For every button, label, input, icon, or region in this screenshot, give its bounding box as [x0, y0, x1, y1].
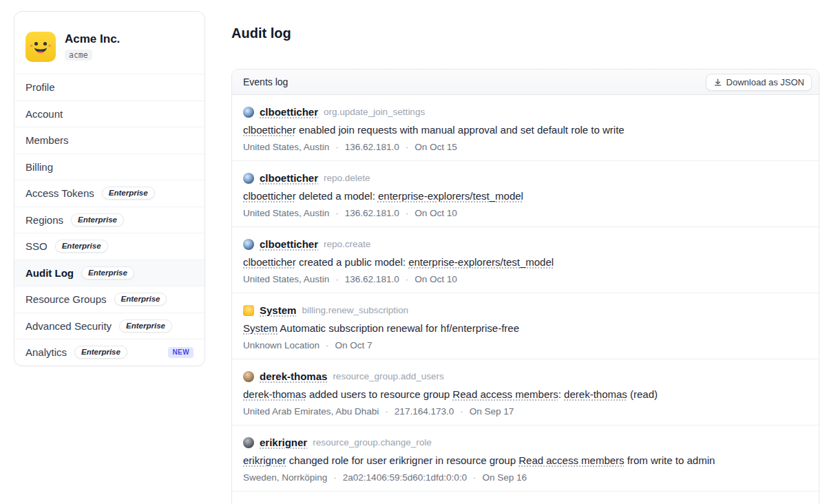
enterprise-badge: Enterprise: [114, 293, 167, 306]
sidebar-item-access-tokens[interactable]: Access TokensEnterprise: [14, 180, 205, 207]
event-entity-link[interactable]: Read access members: [452, 388, 558, 400]
user-avatar-icon: [243, 173, 254, 184]
event-description: System Automatic subscription renewal fo…: [243, 322, 808, 335]
enterprise-badge: Enterprise: [55, 240, 108, 253]
sidebar-item-resource-groups[interactable]: Resource GroupsEnterprise: [14, 286, 205, 313]
event-header: clboetticherrepo.delete: [243, 172, 808, 184]
events-panel: Events log Download as JSON clboetticher…: [231, 69, 819, 504]
separator-dot: ·: [333, 472, 337, 483]
event-username[interactable]: System: [260, 304, 296, 316]
event-entity-link[interactable]: derek-thomas: [564, 388, 627, 400]
sidebar-item-label: Advanced Security: [25, 320, 112, 332]
separator-dot: ·: [385, 406, 388, 417]
event-description: clboetticher enabled join requests with …: [243, 123, 808, 137]
separator-dot: ·: [406, 142, 409, 152]
sidebar-item-label: Audit Log: [25, 267, 74, 279]
sidebar-item-profile[interactable]: Profile: [14, 74, 205, 101]
event-entity-link[interactable]: derek-thomas: [243, 388, 306, 400]
audit-event: derek-thomasresource_group.add_usersdere…: [232, 359, 819, 426]
event-description: clboetticher created a public model: ent…: [243, 255, 808, 269]
sidebar-item-billing[interactable]: Billing: [14, 154, 205, 180]
event-description: derek-thomas added users to resource gro…: [243, 388, 808, 401]
sidebar-item-members[interactable]: Members: [14, 127, 205, 154]
event-meta: Sweden, Norrköping·2a02:1406:59:5d60:1df…: [243, 472, 808, 483]
user-avatar-icon: [243, 239, 254, 250]
event-username[interactable]: derek-thomas: [260, 370, 327, 382]
event-description: clboetticher deleted a model: enterprise…: [243, 189, 808, 203]
audit-event: clboetticherrepo.createclboetticher crea…: [232, 227, 819, 293]
event-username[interactable]: clboetticher: [260, 238, 318, 250]
enterprise-badge: Enterprise: [119, 319, 172, 333]
event-description-text: Automatic subscription renewal for hf/en…: [278, 322, 519, 334]
sidebar-item-label: Members: [25, 134, 69, 146]
sidebar-menu: ProfileAccountMembersBillingAccess Token…: [14, 74, 205, 366]
org-logo-icon: [25, 32, 56, 62]
event-action-code: org.update_join_settings: [324, 107, 425, 117]
event-entity-link[interactable]: clboetticher: [243, 256, 296, 268]
event-description: erikrigner changed role for user erikrig…: [243, 454, 808, 468]
separator-dot: ·: [473, 472, 477, 483]
event-action-code: resource_group.change_role: [313, 437, 432, 448]
sidebar-item-advanced-security[interactable]: Advanced SecurityEnterprise: [14, 313, 205, 339]
event-meta-item: On Oct 10: [415, 274, 457, 284]
event-meta: United States, Austin·136.62.181.0·On Oc…: [243, 142, 808, 152]
sidebar-item-regions[interactable]: RegionsEnterprise: [14, 207, 205, 233]
page-title: Audit log: [231, 0, 819, 41]
event-header: Systembilling.renew_subscription: [243, 304, 808, 316]
sidebar-item-label: SSO: [25, 240, 48, 252]
event-meta-item: On Oct 10: [415, 208, 457, 218]
sidebar-item-account[interactable]: Account: [14, 101, 205, 127]
event-username[interactable]: clboetticher: [260, 106, 318, 118]
user-avatar-icon: [243, 107, 254, 118]
event-meta-item: United States, Austin: [243, 274, 329, 284]
event-action-code: billing.renew_subscription: [302, 305, 408, 315]
sidebar-item-analytics[interactable]: AnalyticsEnterpriseNEW: [14, 339, 205, 366]
audit-event: clboetticherorg.update_join_settingsclbo…: [232, 95, 819, 161]
event-entity-link[interactable]: erikrigner: [243, 454, 286, 466]
event-meta: Unknown Location·On Oct 7: [243, 340, 808, 350]
sidebar-item-label: Regions: [25, 214, 63, 226]
audit-event: Systembilling.renew_subscriptionSystem A…: [232, 293, 819, 359]
download-icon: [713, 78, 722, 87]
sidebar-item-audit-log[interactable]: Audit LogEnterprise: [14, 260, 205, 286]
events-list: clboetticherorg.update_join_settingsclbo…: [232, 95, 819, 492]
user-avatar-icon: [243, 305, 254, 316]
sidebar-item-label: Billing: [25, 161, 53, 173]
event-username[interactable]: erikrigner: [260, 437, 307, 448]
event-action-code: repo.create: [324, 239, 370, 249]
event-description-text: from write to admin: [625, 454, 715, 466]
download-json-button[interactable]: Download as JSON: [706, 74, 812, 91]
settings-page: Acme Inc. acme ProfileAccountMembersBill…: [0, 0, 827, 504]
events-panel-title: Events log: [243, 76, 288, 87]
event-meta-item: 136.62.181.0: [345, 208, 399, 218]
events-panel-header: Events log Download as JSON: [232, 70, 819, 95]
separator-dot: ·: [335, 274, 339, 284]
event-meta-item: 136.62.181.0: [345, 142, 399, 152]
event-entity-link[interactable]: clboetticher: [243, 124, 296, 136]
separator-dot: ·: [335, 208, 339, 218]
org-settings-sidebar: Acme Inc. acme ProfileAccountMembersBill…: [14, 11, 205, 366]
separator-dot: ·: [406, 208, 409, 218]
event-action-code: resource_group.add_users: [333, 371, 443, 381]
org-header: Acme Inc. acme: [14, 12, 205, 74]
event-description-text: :: [558, 388, 564, 400]
event-entity-link[interactable]: enterprise-explorers/test_model: [408, 256, 554, 268]
sidebar-item-sso[interactable]: SSOEnterprise: [14, 233, 205, 260]
event-entity-link[interactable]: enterprise-explorers/test_model: [378, 190, 523, 202]
event-header: erikrignerresource_group.change_role: [243, 437, 808, 448]
event-entity-link[interactable]: clboetticher: [243, 190, 296, 202]
event-meta-item: Unknown Location: [243, 340, 320, 350]
event-meta-item: 136.62.181.0: [345, 274, 399, 284]
sidebar-item-label: Profile: [25, 81, 55, 93]
event-entity-link[interactable]: Read access members: [519, 454, 624, 466]
main-content: Audit log Events log Download as JSON cl…: [231, 0, 819, 504]
event-header: clboetticherrepo.create: [243, 238, 808, 250]
event-description-text: added users to resource group: [306, 388, 453, 400]
event-description-text: deleted a model:: [296, 190, 378, 202]
event-username[interactable]: clboetticher: [260, 172, 318, 184]
enterprise-badge: Enterprise: [71, 213, 124, 227]
sidebar-item-label: Analytics: [25, 346, 67, 358]
event-description-text: (read): [627, 388, 658, 400]
event-entity-link[interactable]: System: [243, 322, 278, 334]
enterprise-badge: Enterprise: [102, 187, 155, 200]
